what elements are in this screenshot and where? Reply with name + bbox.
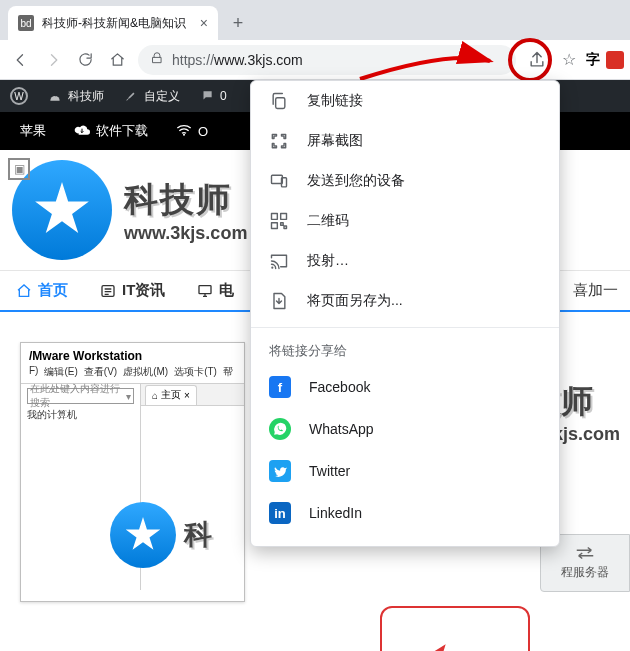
share-facebook[interactable]: f Facebook — [251, 366, 559, 408]
url-text: https://www.3kjs.com — [172, 52, 504, 68]
share-menu: 复制链接 屏幕截图 发送到您的设备 二维码 投射… 将页面另存为... 将链接分… — [250, 80, 560, 547]
share-section-label: 将链接分享给 — [251, 327, 559, 366]
annotation-arrow-2 — [420, 641, 450, 651]
comment-icon — [200, 89, 214, 103]
browser-tab[interactable]: bd 科技师-科技新闻&电脑知识 × — [8, 6, 218, 40]
save-page-icon — [269, 291, 289, 311]
svg-rect-8 — [272, 223, 278, 229]
share-whatsapp[interactable]: WhatsApp — [251, 408, 559, 450]
share-save-page[interactable]: 将页面另存为... — [251, 281, 559, 321]
new-tab-button[interactable]: + — [224, 9, 252, 37]
vm-tab-home[interactable]: ⌂ 主页 × — [145, 385, 197, 405]
swap-icon — [574, 546, 596, 560]
watermark-logo-icon — [110, 502, 176, 568]
cat-wifi[interactable]: O — [162, 124, 222, 139]
brush-icon — [124, 89, 138, 103]
vm-search-input[interactable]: 在此处键入内容进行搜索▾ — [27, 388, 134, 404]
home-icon: ⌂ — [152, 390, 158, 401]
annotation-box — [380, 606, 530, 651]
linkedin-icon: in — [269, 502, 291, 524]
image-placeholder-icon: ▣ — [8, 158, 30, 180]
home-button[interactable] — [102, 45, 132, 75]
tab-title: 科技师-科技新闻&电脑知识 — [42, 15, 192, 32]
share-send-devices[interactable]: 发送到您的设备 — [251, 161, 559, 201]
share-screenshot[interactable]: 屏幕截图 — [251, 121, 559, 161]
devices-icon — [269, 171, 289, 191]
nav-home[interactable]: 首页 — [0, 271, 84, 310]
nav-computer[interactable]: 电 — [181, 271, 250, 310]
forward-button[interactable] — [38, 45, 68, 75]
gauge-icon — [48, 89, 62, 103]
cat-download[interactable]: 软件下载 — [60, 122, 162, 140]
share-cast[interactable]: 投射… — [251, 241, 559, 281]
favicon-icon: bd — [18, 15, 34, 31]
news-icon — [100, 283, 116, 299]
wifi-icon — [176, 124, 192, 139]
facebook-icon: f — [269, 376, 291, 398]
svg-rect-6 — [272, 214, 278, 220]
svg-rect-7 — [281, 214, 287, 220]
svg-rect-3 — [276, 98, 285, 109]
browser-toolbar: https://www.3kjs.com ☆ 字 — [0, 40, 630, 80]
cat-apple[interactable]: 苹果 — [0, 122, 60, 140]
vm-tree-item[interactable]: 我的计算机 — [27, 408, 134, 422]
crop-icon — [269, 131, 289, 151]
browser-tabstrip: bd 科技师-科技新闻&电脑知识 × + — [0, 0, 630, 40]
wp-customize[interactable]: 自定义 — [114, 80, 190, 112]
svg-point-0 — [183, 133, 185, 135]
home-icon — [16, 283, 32, 299]
close-tab-icon[interactable]: × — [200, 15, 208, 31]
nav-tail-text: 喜加一 — [573, 281, 630, 300]
bookmark-star-icon[interactable]: ☆ — [554, 45, 584, 75]
svg-rect-4 — [272, 175, 283, 183]
nav-it-news[interactable]: IT资讯 — [84, 271, 181, 310]
share-qr-code[interactable]: 二维码 — [251, 201, 559, 241]
share-copy-link[interactable]: 复制链接 — [251, 81, 559, 121]
whatsapp-icon — [269, 418, 291, 440]
wp-site-name[interactable]: 科技师 — [38, 80, 114, 112]
vm-window-title: /Mware Workstation — [21, 343, 244, 365]
extension-icon[interactable] — [606, 51, 624, 69]
share-twitter[interactable]: Twitter — [251, 450, 559, 492]
watermark-text: 科 — [184, 516, 212, 554]
twitter-icon — [269, 460, 291, 482]
wp-comments[interactable]: 0 — [190, 80, 237, 112]
cast-icon — [269, 251, 289, 271]
site-logo-text: 科技师 www.3kjs.com — [124, 177, 247, 244]
back-button[interactable] — [6, 45, 36, 75]
reload-button[interactable] — [70, 45, 100, 75]
share-button[interactable] — [522, 45, 552, 75]
svg-point-9 — [271, 267, 273, 269]
svg-rect-2 — [199, 285, 211, 293]
cloud-download-icon — [74, 124, 90, 139]
copy-icon — [269, 91, 289, 111]
qr-icon — [269, 211, 289, 231]
omnibox[interactable]: https://www.3kjs.com — [138, 45, 516, 75]
monitor-icon — [197, 283, 213, 299]
font-menu[interactable]: 字 — [586, 51, 600, 69]
lock-icon — [150, 51, 164, 68]
wp-logo[interactable]: W — [0, 80, 38, 112]
share-linkedin[interactable]: in LinkedIn — [251, 492, 559, 534]
